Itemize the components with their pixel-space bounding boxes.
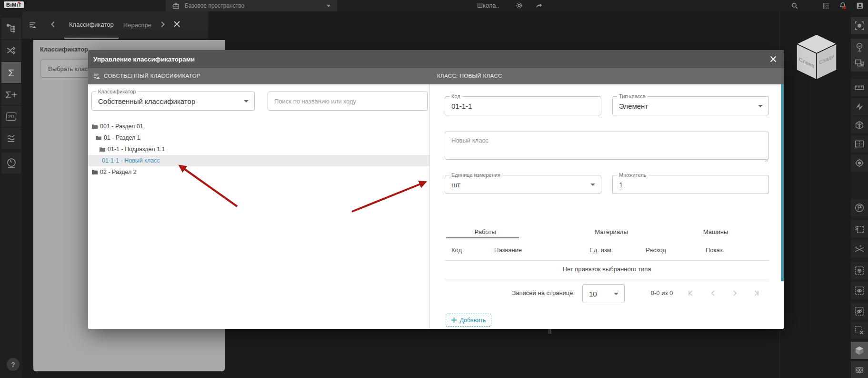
caret-down-icon: [327, 5, 330, 7]
shuffle-icon[interactable]: [1, 40, 21, 61]
caret-down-icon: [590, 184, 595, 186]
clear-selection-icon[interactable]: [851, 322, 868, 339]
sigma-plus-glyph: Σ+: [5, 90, 17, 100]
ruler-icon[interactable]: [851, 79, 868, 96]
search-input[interactable]: [268, 92, 428, 111]
tab-unallocated-label: Нераспре: [123, 21, 151, 29]
right-panel-header: КЛАСС: НОВЫЙ КЛАСС: [437, 73, 502, 79]
code-field-label: Код: [449, 93, 462, 100]
2d-icon[interactable]: 2D: [1, 106, 21, 127]
account-icon[interactable]: [856, 1, 864, 10]
orbit-icon[interactable]: [851, 361, 868, 378]
first-page-icon[interactable]: [686, 288, 696, 298]
solid-cube-icon[interactable]: [851, 342, 868, 359]
previous-page-icon[interactable]: [708, 288, 718, 298]
axis-lines-icon[interactable]: 12: [851, 241, 868, 258]
code-field[interactable]: Код 01-1-1: [445, 96, 601, 115]
caret-down-icon: [614, 293, 619, 295]
notifications-icon[interactable]: [838, 1, 847, 10]
rows-per-page-select[interactable]: 10: [582, 284, 625, 303]
trend-lines-icon[interactable]: [1, 128, 21, 149]
table-divider: [445, 260, 769, 261]
classifier-select-label: Классификатор: [96, 89, 138, 95]
column-header-name: Название: [494, 246, 522, 254]
tree-item[interactable]: 001 - Раздел 01: [88, 121, 429, 132]
tabs-menu-icon[interactable]: [28, 20, 38, 30]
search-icon[interactable]: [790, 1, 799, 10]
sigma-glyph: Σ: [8, 68, 14, 78]
add-binding-label: Добавить: [459, 317, 486, 324]
table-divider: [445, 279, 769, 279]
workspace-selector[interactable]: Базовое пространство: [166, 0, 337, 11]
list-icon[interactable]: [822, 2, 830, 10]
tab-machines[interactable]: Машины: [703, 228, 728, 235]
hide-eye-icon[interactable]: [851, 303, 868, 320]
axis-one-glyph: 1: [856, 245, 858, 248]
folder-open-icon: [91, 123, 98, 129]
sigma-plus-icon[interactable]: Σ+: [1, 84, 21, 105]
tree-item[interactable]: 01-1 - Подраздел 1.1: [88, 143, 429, 155]
caret-down-icon: [244, 100, 249, 102]
selection-s-glyph: S: [855, 226, 858, 231]
target-icon[interactable]: [851, 154, 868, 172]
focus-select-icon[interactable]: [851, 17, 868, 34]
left-toolbar: Σ Σ+ 2D: [0, 11, 22, 378]
folder-open-icon: [99, 146, 106, 152]
tab-strip: Классификатор Нераспре: [22, 11, 208, 39]
view-cube[interactable]: Слева Сзади: [786, 30, 848, 86]
tab-works[interactable]: Работы: [474, 228, 496, 235]
share-icon[interactable]: [535, 2, 543, 10]
tabs-prev-icon[interactable]: [46, 21, 60, 30]
tab-unallocated[interactable]: Нераспре: [119, 11, 156, 39]
gauge-icon[interactable]: [1, 153, 21, 174]
tabs-next-icon[interactable]: [156, 21, 170, 30]
tree-item[interactable]: 02 - Раздел 2: [88, 166, 429, 178]
class-type-select[interactable]: Тип класса Элемент: [612, 96, 769, 115]
gear-icon[interactable]: [515, 1, 523, 10]
app-logo: BiMiT: [4, 1, 24, 8]
column-header-code: Код: [451, 246, 462, 254]
axis-two-glyph: 2: [859, 245, 861, 247]
sigma-icon[interactable]: Σ: [1, 62, 21, 83]
show-eye-icon[interactable]: [851, 282, 868, 299]
unit-select[interactable]: Единица измерения шт: [445, 175, 601, 194]
tree-item[interactable]: 01 - Раздел 1: [88, 132, 429, 143]
right-pane-scrollbar[interactable]: [781, 84, 784, 281]
folder-open-icon: [95, 135, 102, 141]
section-box-icon[interactable]: [851, 116, 868, 133]
add-binding-button[interactable]: Добавить: [446, 314, 491, 327]
structure-tree-icon[interactable]: [1, 18, 21, 39]
modal-title: Управление классификаторами: [93, 56, 195, 63]
modal-close-icon[interactable]: [769, 55, 777, 65]
help-button[interactable]: ?: [7, 358, 20, 371]
tab-classifier[interactable]: Классификатор: [64, 11, 119, 39]
next-page-icon[interactable]: [730, 288, 739, 298]
plus-icon: [451, 317, 457, 323]
modal-titlebar: Управление классификаторами: [88, 50, 784, 68]
tab-materials[interactable]: Материалы: [595, 228, 628, 235]
class-name-textarea[interactable]: Новый класс: [445, 132, 769, 160]
classifier-select[interactable]: Классификатор Собственный классификатор: [91, 92, 255, 111]
tree-item-label: 01-1-1 - Новый класс: [102, 157, 160, 164]
tree-item-label: 01-1 - Подраздел 1.1: [108, 146, 165, 153]
unit-label: Единица измерения: [449, 172, 502, 178]
flash-icon[interactable]: [851, 98, 868, 115]
selection-s-icon[interactable]: S: [851, 220, 868, 237]
tree-item-selected[interactable]: 01-1-1 - Новый класс: [88, 155, 429, 166]
nature-tree-icon[interactable]: [851, 39, 868, 56]
tree-item-label: 01 - Раздел 1: [104, 134, 140, 141]
last-page-icon[interactable]: [751, 288, 761, 298]
column-header-consumption: Расход: [646, 246, 666, 254]
column-header-unit: Ед. изм.: [589, 246, 613, 254]
pane-divider: [429, 84, 430, 329]
selection-layers-icon[interactable]: [851, 54, 868, 72]
floorplan-icon[interactable]: [851, 135, 868, 153]
sort-tree-icon[interactable]: [92, 72, 101, 81]
multiplier-value: 1: [619, 181, 623, 189]
tabs-close-icon[interactable]: [170, 20, 184, 30]
multiplier-field[interactable]: Множитель 1: [612, 175, 769, 194]
isolate-cube-icon[interactable]: [851, 262, 868, 279]
flag-icon[interactable]: [851, 199, 868, 216]
multiplier-label: Множитель: [617, 172, 649, 178]
pagination-range: 0-0 из 0: [651, 289, 673, 296]
